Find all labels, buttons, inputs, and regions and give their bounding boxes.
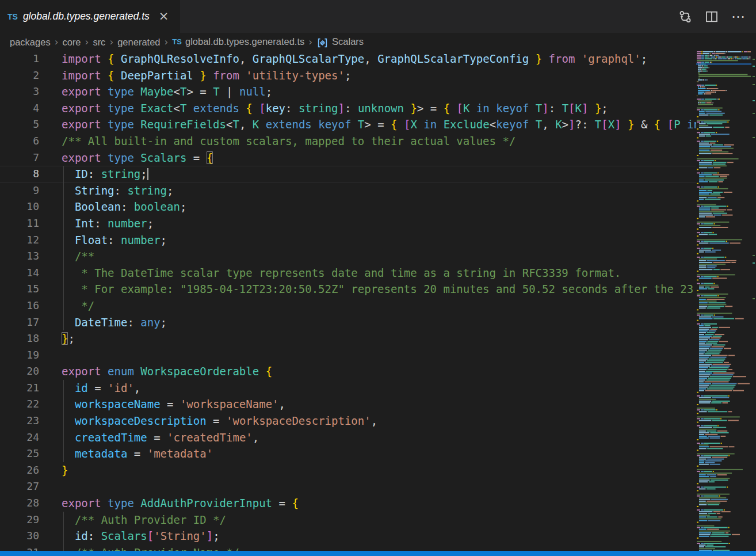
line-content: String: string; [62, 182, 174, 199]
text-cursor [147, 168, 148, 180]
line-content: */ [62, 298, 94, 314]
line-number[interactable]: 18 [0, 330, 39, 347]
line-number[interactable]: 8 [0, 166, 39, 182]
line-number[interactable]: 2 [0, 67, 39, 84]
line-number[interactable]: 12 [0, 232, 39, 249]
chevron-right-icon: › [109, 36, 113, 48]
code-line[interactable]: 21 id = 'id', [0, 380, 696, 397]
line-number[interactable]: 25 [0, 445, 39, 462]
line-number[interactable]: 5 [0, 116, 39, 133]
line-number[interactable]: 28 [0, 495, 39, 512]
line-content: DateTime: any; [62, 314, 167, 331]
line-content: Boolean: boolean; [62, 199, 186, 215]
code-line[interactable]: 7export type Scalars = { [0, 150, 696, 166]
line-number[interactable]: 17 [0, 314, 39, 331]
code-line[interactable]: 2import { DeepPartial } from 'utility-ty… [0, 67, 696, 84]
line-content: /** Auth Provider ID */ [62, 512, 226, 528]
code-line[interactable]: 23 workspaceDescription = 'workspaceDesc… [0, 413, 696, 429]
code-line[interactable]: 9 String: string; [0, 182, 696, 199]
code-line[interactable]: 24 createdTime = 'createdTime', [0, 429, 696, 446]
line-number[interactable]: 6 [0, 133, 39, 150]
line-content: import { GraphQLResolveInfo, GraphQLScal… [62, 51, 647, 67]
minimap[interactable] [696, 51, 751, 551]
line-number[interactable]: 27 [0, 478, 39, 495]
editor-actions: ⋯ [677, 0, 756, 33]
line-number[interactable]: 11 [0, 215, 39, 232]
code-line[interactable]: 5export type RequireFields<T, K extends … [0, 116, 696, 133]
line-content: ID: string; [62, 166, 148, 182]
breadcrumb: packages›core›src›generated› TS global.d… [0, 33, 695, 51]
line-number[interactable]: 15 [0, 281, 39, 298]
code-line[interactable]: 14 * The DateTime scalar type represents… [0, 265, 696, 281]
code-line[interactable]: 15 * For example: "1985-04-12T23:20:50.5… [0, 281, 696, 298]
line-number[interactable]: 29 [0, 512, 39, 528]
code-line[interactable]: 12 Float: number; [0, 232, 696, 249]
breadcrumb-item-symbol[interactable]: Scalars [332, 36, 364, 47]
line-content: export type AddAuthProviderInput = { [62, 495, 299, 512]
code-line[interactable]: 19 [0, 347, 696, 364]
code-line[interactable]: 22 workspaceName = 'workspaceName', [0, 396, 696, 413]
split-editor-icon[interactable] [703, 8, 720, 25]
code-line[interactable]: 4export type Exact<T extends { [key: str… [0, 100, 696, 117]
code-line[interactable]: 6/** All built-in and custom scalars, ma… [0, 133, 696, 150]
line-number[interactable]: 9 [0, 182, 39, 199]
code-line[interactable]: 11 Int: number; [0, 215, 696, 232]
code-line[interactable]: 27 [0, 478, 696, 495]
close-tab-icon[interactable]: × [159, 10, 169, 22]
more-actions-icon[interactable]: ⋯ [730, 8, 747, 25]
line-number[interactable]: 20 [0, 363, 39, 380]
tab-title: global.db.types.generated.ts [23, 10, 150, 22]
line-number[interactable]: 7 [0, 150, 39, 166]
line-content: workspaceName = 'workspaceName', [62, 396, 285, 413]
code-line[interactable]: 16 */ [0, 298, 696, 314]
code-line[interactable]: 17 DateTime: any; [0, 314, 696, 331]
line-content: export enum WorkspaceOrderable { [62, 363, 272, 380]
line-content: Float: number; [62, 232, 167, 249]
line-content: export type Scalars = { [62, 150, 213, 166]
tab-bar: TS global.db.types.generated.ts × [0, 0, 756, 33]
line-number[interactable]: 24 [0, 429, 39, 446]
chevron-right-icon: › [308, 36, 312, 48]
breadcrumb-folders: packages›core›src›generated› [10, 36, 172, 48]
breadcrumb-item-packages[interactable]: packages [10, 37, 51, 47]
code-line[interactable]: 18}; [0, 330, 696, 347]
line-number[interactable]: 10 [0, 199, 39, 215]
code-line[interactable]: 28export type AddAuthProviderInput = { [0, 495, 696, 512]
code-line[interactable]: 29 /** Auth Provider ID */ [0, 512, 696, 528]
code-line[interactable]: 10 Boolean: boolean; [0, 199, 696, 215]
type-symbol-icon [316, 37, 329, 49]
breadcrumb-item-src[interactable]: src [93, 37, 105, 47]
tab-global-db-types-generated[interactable]: TS global.db.types.generated.ts × [0, 0, 180, 33]
line-number[interactable]: 30 [0, 528, 39, 544]
line-content: id: Scalars['String']; [62, 528, 220, 544]
line-number[interactable]: 4 [0, 100, 39, 117]
line-content: import { DeepPartial } from 'utility-typ… [62, 67, 351, 84]
breadcrumb-item-generated[interactable]: generated [117, 37, 160, 47]
typescript-file-icon: TS [172, 37, 182, 46]
line-number[interactable]: 21 [0, 380, 39, 397]
code-line[interactable]: 1import { GraphQLResolveInfo, GraphQLSca… [0, 51, 696, 67]
line-number[interactable]: 19 [0, 347, 39, 364]
line-number[interactable]: 22 [0, 396, 39, 413]
code-editor[interactable]: 1import { GraphQLResolveInfo, GraphQLSca… [0, 51, 696, 556]
open-changes-icon[interactable] [677, 8, 694, 25]
line-content: id = 'id', [62, 380, 140, 397]
overview-ruler[interactable] [751, 51, 756, 551]
line-number[interactable]: 3 [0, 83, 39, 100]
code-line[interactable]: 26} [0, 462, 696, 479]
code-line[interactable]: 3export type Maybe<T> = T | null; [0, 83, 696, 100]
breadcrumb-item-core[interactable]: core [62, 37, 81, 47]
code-line[interactable]: 20export enum WorkspaceOrderable { [0, 363, 696, 380]
code-line[interactable]: 13 /** [0, 248, 696, 265]
line-number[interactable]: 13 [0, 248, 39, 265]
line-number[interactable]: 26 [0, 462, 39, 479]
line-number[interactable]: 23 [0, 413, 39, 429]
code-line[interactable]: 8 ID: string; [0, 166, 696, 182]
line-number[interactable]: 14 [0, 265, 39, 281]
line-content: export type Exact<T extends { [key: stri… [62, 100, 608, 117]
line-number[interactable]: 16 [0, 298, 39, 314]
code-line[interactable]: 30 id: Scalars['String']; [0, 528, 696, 544]
breadcrumb-item-file[interactable]: global.db.types.generated.ts [185, 36, 304, 47]
code-line[interactable]: 25 metadata = 'metadata' [0, 445, 696, 462]
line-number[interactable]: 1 [0, 51, 39, 67]
